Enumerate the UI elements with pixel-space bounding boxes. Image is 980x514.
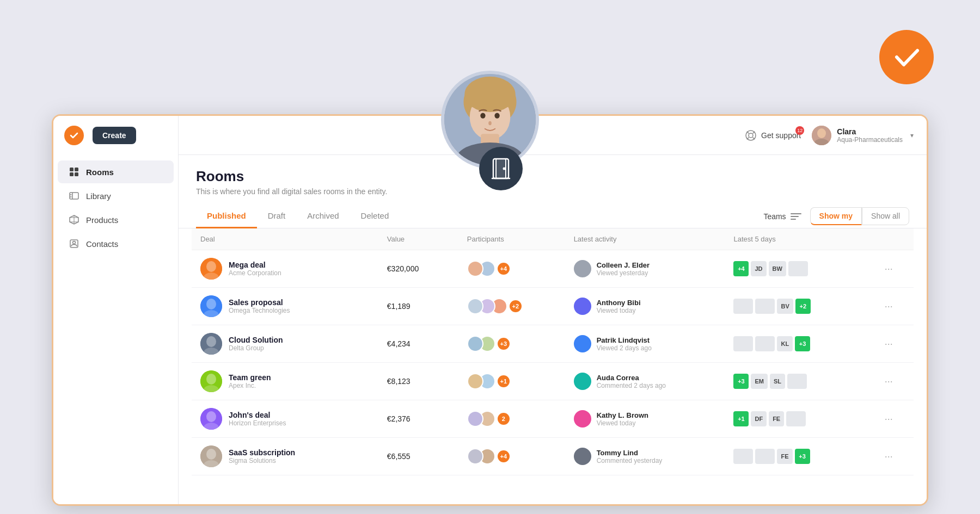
sidebar-label-rooms: Rooms: [86, 168, 114, 177]
create-button[interactable]: Create: [93, 127, 136, 144]
more-options-button[interactable]: ···: [880, 299, 897, 314]
sidebar-item-library[interactable]: Library: [58, 184, 174, 207]
deal-cell: SaaS subscription Sigma Solutions: [192, 438, 378, 475]
get-support-button[interactable]: 12 Get support: [745, 129, 801, 141]
activity-cell: Auda Correa Commented 2 days ago: [565, 363, 725, 400]
participant-count: +4: [497, 449, 511, 463]
svg-rect-12: [70, 168, 74, 171]
col-deal: Deal: [192, 228, 378, 250]
activity-name: Kathy L. Brown: [597, 411, 648, 419]
deal-name: Mega deal: [229, 261, 281, 269]
latest5-cell: KL+3: [725, 325, 871, 363]
tab-published[interactable]: Published: [196, 205, 257, 228]
col-latest5: Latest 5 days: [725, 228, 871, 250]
activity-name: Anthony Bibi: [597, 299, 641, 307]
table-row: Mega deal Acme Corporation €320,000+4 Co…: [192, 250, 914, 288]
deal-name: Sales proposal: [229, 298, 290, 307]
deal-name: John's deal: [229, 411, 286, 419]
activity-time: Viewed today: [597, 419, 648, 427]
svg-point-25: [206, 261, 216, 272]
tabs-right: Teams Show my Show all: [763, 207, 909, 225]
participants-cell: +2: [458, 288, 565, 325]
deal-cell: Mega deal Acme Corporation: [192, 250, 378, 288]
svg-point-28: [206, 299, 216, 309]
deal-company: Apex Inc.: [229, 382, 271, 389]
deal-cell: Team green Apex Inc.: [192, 363, 378, 400]
deals-table: Deal Value Participants Latest activity …: [192, 228, 914, 475]
user-company: Aqua-Pharmaceuticals: [837, 136, 903, 144]
participant-count: 2: [497, 412, 511, 426]
library-icon: [69, 190, 79, 201]
logo: [64, 126, 84, 145]
activity-cell: Patrik Lindqvist Viewed 2 days ago: [565, 325, 725, 363]
activity-time: Commented 2 days ago: [597, 382, 666, 389]
more-options-button[interactable]: ···: [880, 374, 897, 389]
contacts-icon: [69, 238, 79, 249]
svg-point-20: [749, 133, 753, 138]
svg-point-37: [206, 411, 216, 422]
more-options-button[interactable]: ···: [880, 336, 897, 352]
row-actions[interactable]: ···: [872, 250, 914, 288]
col-value: Value: [378, 228, 458, 250]
table-row: Sales proposal Omega Technologies €1,189…: [192, 288, 914, 325]
svg-rect-14: [70, 172, 74, 176]
row-actions[interactable]: ···: [872, 438, 914, 475]
tabs-row: Published Draft Archived Deleted Teams S…: [179, 205, 927, 228]
participant-count: +2: [509, 299, 523, 313]
participant-count: +3: [497, 337, 511, 351]
table-row: Cloud Solution Delta Group €4,234+3 Patr…: [192, 325, 914, 363]
participants-cell: 2: [458, 400, 565, 438]
table-row: SaaS subscription Sigma Solutions €6,555…: [192, 438, 914, 475]
show-my-button[interactable]: Show my: [810, 207, 862, 225]
sidebar-header: Create: [53, 116, 178, 155]
rooms-icon: [69, 166, 79, 177]
deal-company: Sigma Solutions: [229, 457, 295, 465]
sidebar-nav: Rooms Library: [53, 155, 178, 261]
latest5-cell: FE+3: [725, 438, 871, 475]
page-title: Rooms: [196, 168, 909, 185]
more-options-button[interactable]: ···: [880, 261, 897, 277]
row-actions[interactable]: ···: [872, 288, 914, 325]
value-cell: €320,000: [378, 250, 458, 288]
svg-point-8: [488, 121, 492, 125]
support-badge: 12: [795, 126, 804, 135]
top-check-badge: [879, 30, 934, 84]
svg-rect-15: [75, 172, 78, 176]
view-toggle: Show my Show all: [810, 207, 909, 225]
sidebar-item-contacts[interactable]: Contacts: [58, 232, 174, 255]
topbar: 12 Get support Clara Aqua-Pharmaceutical…: [179, 116, 927, 155]
value-cell: €1,189: [378, 288, 458, 325]
activity-time: Viewed today: [597, 307, 641, 314]
deal-cell: Sales proposal Omega Technologies: [192, 288, 378, 325]
svg-point-22: [817, 128, 826, 138]
sidebar-label-contacts: Contacts: [86, 239, 118, 249]
more-options-button[interactable]: ···: [880, 449, 897, 465]
more-options-button[interactable]: ···: [880, 411, 897, 427]
tab-deleted[interactable]: Deleted: [350, 205, 400, 228]
row-actions[interactable]: ···: [872, 400, 914, 438]
participants-cell: +4: [458, 438, 565, 475]
main-content: 12 Get support Clara Aqua-Pharmaceutical…: [179, 116, 927, 504]
deal-company: Delta Group: [229, 344, 283, 352]
deal-name: SaaS subscription: [229, 448, 295, 457]
participants-cell: +1: [458, 363, 565, 400]
activity-cell: Colleen J. Elder Viewed yesterday: [565, 250, 725, 288]
svg-point-7: [494, 113, 499, 118]
user-menu[interactable]: Clara Aqua-Pharmaceuticals ▾: [812, 126, 914, 145]
row-actions[interactable]: ···: [872, 325, 914, 363]
activity-time: Commented yesterday: [597, 457, 663, 465]
sidebar-item-rooms[interactable]: Rooms: [58, 160, 174, 183]
show-all-button[interactable]: Show all: [862, 207, 909, 225]
sidebar-label-products: Products: [86, 215, 118, 225]
tab-draft[interactable]: Draft: [257, 205, 297, 228]
deal-cell: Cloud Solution Delta Group: [192, 325, 378, 363]
row-actions[interactable]: ···: [872, 363, 914, 400]
activity-cell: Tommy Lind Commented yesterday: [565, 438, 725, 475]
latest5-cell: BV+2: [725, 288, 871, 325]
deal-company: Omega Technologies: [229, 307, 290, 314]
svg-rect-13: [75, 168, 78, 171]
sidebar-item-products[interactable]: Products: [58, 208, 174, 231]
tab-archived[interactable]: Archived: [296, 205, 350, 228]
teams-filter[interactable]: Teams: [763, 212, 801, 221]
activity-name: Tommy Lind: [597, 449, 663, 457]
